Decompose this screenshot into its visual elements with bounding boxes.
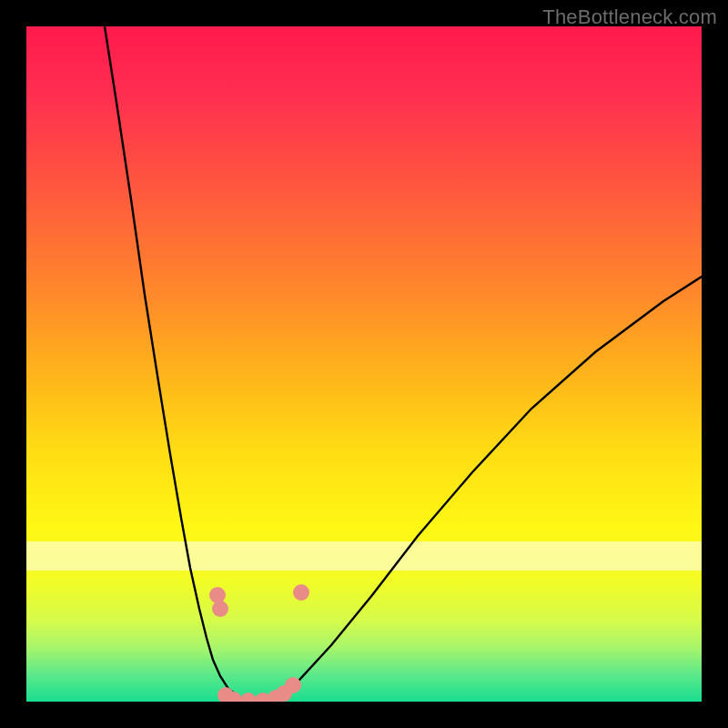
data-marker xyxy=(285,677,301,693)
data-marker xyxy=(209,587,226,603)
watermark-text: TheBottleneck.com xyxy=(542,5,717,29)
bottleneck-curve xyxy=(105,26,702,702)
data-marker xyxy=(240,693,257,702)
data-marker xyxy=(212,601,228,617)
bottleneck-curve-plot xyxy=(26,26,702,702)
data-marker xyxy=(293,584,309,601)
